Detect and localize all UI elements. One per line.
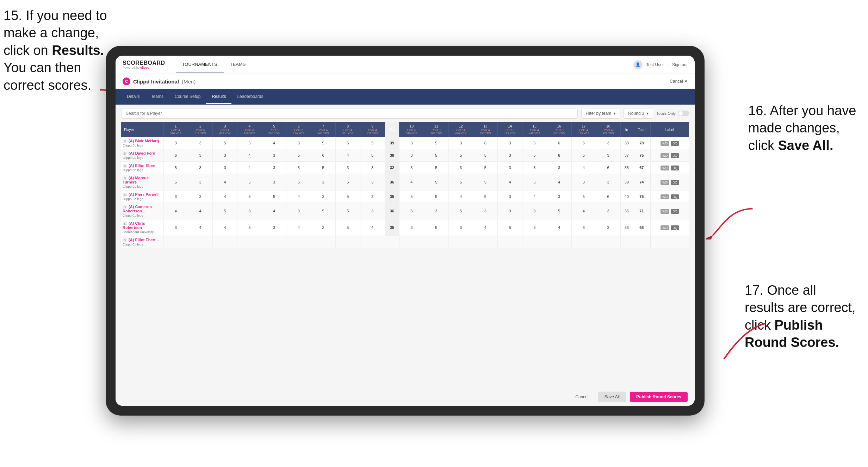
score-front-4-7[interactable]: 5 bbox=[335, 191, 360, 203]
score-back-0-2[interactable]: 3 bbox=[448, 137, 473, 149]
score-back-2-3[interactable]: 5 bbox=[473, 162, 498, 174]
score-back-2-2[interactable]: 3 bbox=[448, 162, 473, 174]
tab-results[interactable]: Results bbox=[206, 90, 231, 104]
score-front-2-4[interactable]: 3 bbox=[262, 162, 286, 174]
filter-team-dropdown[interactable]: Filter by team ▾ bbox=[581, 108, 620, 119]
score-back-5-0[interactable]: 6 bbox=[399, 203, 424, 219]
score-front-5-5[interactable]: 3 bbox=[286, 203, 311, 219]
score-front-1-7[interactable]: 4 bbox=[335, 149, 360, 162]
score-back-4-5[interactable]: 4 bbox=[522, 191, 547, 203]
score-back-2-7[interactable]: 4 bbox=[571, 162, 596, 174]
wd-btn-3[interactable]: WD bbox=[661, 180, 669, 185]
score-front-3-4[interactable]: 3 bbox=[262, 174, 286, 191]
score-back-3-1[interactable]: 5 bbox=[424, 174, 448, 191]
score-back-5-6[interactable]: 5 bbox=[547, 203, 571, 219]
score-front-3-1[interactable]: 3 bbox=[188, 174, 213, 191]
tab-teams[interactable]: Teams bbox=[145, 90, 169, 104]
wd-btn-5[interactable]: WD bbox=[661, 209, 669, 214]
search-input[interactable] bbox=[121, 108, 578, 119]
wd-btn-2[interactable]: WD bbox=[661, 166, 669, 170]
score-back-1-7[interactable]: 5 bbox=[571, 149, 596, 162]
score-back-5-8[interactable]: 3 bbox=[596, 203, 621, 219]
score-back-0-7[interactable]: 5 bbox=[571, 137, 596, 149]
dq-btn-4[interactable]: DQ bbox=[671, 194, 679, 199]
score-back-0-8[interactable]: 3 bbox=[596, 137, 621, 149]
wd-btn-6[interactable]: WD bbox=[661, 225, 669, 230]
score-front-1-4[interactable]: 3 bbox=[262, 149, 286, 162]
score-front-0-1[interactable]: 3 bbox=[188, 137, 213, 149]
score-back-4-7[interactable]: 5 bbox=[571, 191, 596, 203]
dq-btn-3[interactable]: DQ bbox=[671, 180, 679, 185]
score-front-4-5[interactable]: 4 bbox=[286, 191, 311, 203]
score-front-1-3[interactable]: 4 bbox=[237, 149, 262, 162]
score-front-4-0[interactable]: 3 bbox=[163, 191, 188, 203]
score-front-2-0[interactable]: 5 bbox=[163, 162, 188, 174]
score-front-0-0[interactable]: 3 bbox=[163, 137, 188, 149]
score-front-1-5[interactable]: 5 bbox=[286, 149, 311, 162]
score-back-4-0[interactable]: 5 bbox=[399, 191, 424, 203]
score-front-3-7[interactable]: 5 bbox=[335, 174, 360, 191]
tab-leaderboards[interactable]: Leaderboards bbox=[231, 90, 269, 104]
score-front-6-8[interactable]: 4 bbox=[360, 219, 385, 236]
score-back-2-5[interactable]: 5 bbox=[522, 162, 547, 174]
score-back-6-5[interactable]: 3 bbox=[522, 219, 547, 236]
score-back-6-2[interactable]: 3 bbox=[448, 219, 473, 236]
score-back-2-0[interactable]: 3 bbox=[399, 162, 424, 174]
tab-course-setup[interactable]: Course Setup bbox=[169, 90, 206, 104]
score-back-3-5[interactable]: 5 bbox=[522, 174, 547, 191]
score-front-6-4[interactable]: 3 bbox=[262, 219, 286, 236]
score-front-2-5[interactable]: 3 bbox=[286, 162, 311, 174]
score-back-6-4[interactable]: 5 bbox=[498, 219, 522, 236]
score-back-1-0[interactable]: 3 bbox=[399, 149, 424, 162]
score-back-5-1[interactable]: 3 bbox=[424, 203, 448, 219]
score-front-2-1[interactable]: 3 bbox=[188, 162, 213, 174]
score-front-6-5[interactable]: 4 bbox=[286, 219, 311, 236]
score-back-3-7[interactable]: 3 bbox=[571, 174, 596, 191]
score-back-4-4[interactable]: 3 bbox=[498, 191, 522, 203]
cancel-button[interactable]: Cancel bbox=[570, 392, 594, 402]
score-front-1-2[interactable]: 3 bbox=[213, 149, 237, 162]
sign-out-link[interactable]: Sign out bbox=[672, 62, 688, 67]
score-back-5-2[interactable]: 5 bbox=[448, 203, 473, 219]
score-back-3-2[interactable]: 5 bbox=[448, 174, 473, 191]
score-front-0-7[interactable]: 6 bbox=[335, 137, 360, 149]
score-front-4-8[interactable]: 3 bbox=[360, 191, 385, 203]
score-front-1-8[interactable]: 5 bbox=[360, 149, 385, 162]
score-front-0-6[interactable]: 5 bbox=[311, 137, 336, 149]
score-back-5-4[interactable]: 3 bbox=[498, 203, 522, 219]
score-back-0-5[interactable]: 5 bbox=[522, 137, 547, 149]
score-back-3-4[interactable]: 4 bbox=[498, 174, 522, 191]
score-back-2-4[interactable]: 3 bbox=[498, 162, 522, 174]
score-back-1-5[interactable]: 5 bbox=[522, 149, 547, 162]
score-front-0-2[interactable]: 5 bbox=[213, 137, 237, 149]
score-back-6-0[interactable]: 3 bbox=[399, 219, 424, 236]
score-front-1-6[interactable]: 6 bbox=[311, 149, 336, 162]
score-front-5-8[interactable]: 3 bbox=[360, 203, 385, 219]
dq-btn-6[interactable]: DQ bbox=[671, 225, 679, 230]
score-back-4-1[interactable]: 5 bbox=[424, 191, 448, 203]
score-front-0-3[interactable]: 5 bbox=[237, 137, 262, 149]
score-back-2-8[interactable]: 6 bbox=[596, 162, 621, 174]
tab-details[interactable]: Details bbox=[121, 90, 145, 104]
score-back-0-6[interactable]: 6 bbox=[547, 137, 571, 149]
score-front-2-8[interactable]: 3 bbox=[360, 162, 385, 174]
score-front-3-0[interactable]: 5 bbox=[163, 174, 188, 191]
score-front-4-4[interactable]: 5 bbox=[262, 191, 286, 203]
round-dropdown[interactable]: Round 3 ▾ bbox=[624, 108, 653, 119]
score-front-2-6[interactable]: 5 bbox=[311, 162, 336, 174]
score-front-3-2[interactable]: 4 bbox=[213, 174, 237, 191]
nav-teams[interactable]: TEAMS bbox=[224, 56, 252, 73]
score-back-0-3[interactable]: 6 bbox=[473, 137, 498, 149]
score-front-3-8[interactable]: 3 bbox=[360, 174, 385, 191]
score-front-4-6[interactable]: 3 bbox=[311, 191, 336, 203]
score-front-5-3[interactable]: 3 bbox=[237, 203, 262, 219]
score-front-2-2[interactable]: 3 bbox=[213, 162, 237, 174]
score-back-5-3[interactable]: 3 bbox=[473, 203, 498, 219]
score-front-6-3[interactable]: 5 bbox=[237, 219, 262, 236]
score-back-1-1[interactable]: 5 bbox=[424, 149, 448, 162]
score-front-4-3[interactable]: 5 bbox=[237, 191, 262, 203]
score-back-1-2[interactable]: 5 bbox=[448, 149, 473, 162]
score-back-6-8[interactable]: 3 bbox=[596, 219, 621, 236]
wd-btn-1[interactable]: WD bbox=[661, 153, 669, 158]
score-back-1-8[interactable]: 3 bbox=[596, 149, 621, 162]
